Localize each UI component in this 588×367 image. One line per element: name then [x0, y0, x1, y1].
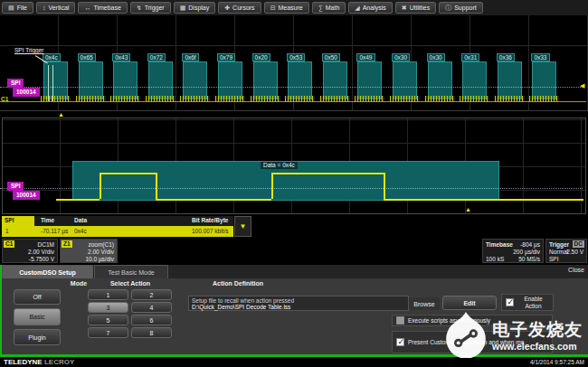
spi-decode-box [323, 61, 347, 99]
menu-button-measure[interactable]: ⊟Measure [264, 2, 309, 14]
menu-button-trigger[interactable]: ↯Trigger [130, 2, 171, 14]
menu-button-file[interactable]: ▤File [2, 2, 33, 14]
menu-label: Display [188, 5, 209, 11]
trigger-spike [52, 65, 53, 101]
menu-label: Support [454, 5, 477, 11]
spi-decode-byte-label: 0x33 [531, 53, 549, 61]
col-header-time: Time [41, 217, 54, 223]
spi-decode-byte-label: 0x30 [392, 53, 410, 61]
menu-label: Utilities [410, 5, 431, 11]
spi-decode-byte-label: 0x31 [461, 53, 479, 61]
zoom-trace-edge [156, 173, 157, 199]
browse-button[interactable]: Browse [409, 297, 440, 310]
section-label-action-definition: Action Definition [213, 280, 263, 287]
c1-descriptor-box[interactable]: C1 DC1M 2.00 V/div -5.7500 V [2, 239, 58, 263]
enable-action-checkbox[interactable] [506, 298, 514, 306]
execute-scripts-checkbox[interactable] [396, 316, 404, 325]
support-icon: ⓘ [445, 4, 451, 13]
menu-button-display[interactable]: ▦Display [174, 2, 216, 14]
spi-decode-box [498, 61, 522, 99]
menu-button-math[interactable]: ∑Math [312, 2, 346, 14]
menu-button-cursors[interactable]: ✚Cursors [218, 2, 261, 14]
decode-protocol-cell[interactable]: SPI [2, 216, 34, 226]
menu-button-timebase[interactable]: ↔Timebase [78, 2, 127, 14]
section-label-mode: Mode [58, 280, 100, 287]
mode-plugin-button[interactable]: Plugin [14, 329, 61, 345]
spi-decode-byte-label: 0x20 [252, 53, 270, 61]
utilities-icon: ✖ [402, 5, 407, 12]
action-button-5[interactable]: 5 [88, 315, 128, 325]
present-customdso-checkbox[interactable] [396, 338, 404, 346]
menu-button-utilities[interactable]: ✖Utilities [395, 2, 436, 14]
spi-decode-byte-label: 0x79 [217, 53, 235, 61]
zoom-trace-segment [271, 173, 384, 174]
spi-decode-badge-value[interactable]: 100014 [13, 88, 40, 97]
action-button-8[interactable]: 8 [131, 327, 172, 338]
timebase-rate: 50 MS/s [518, 256, 540, 262]
spi-decode-byte-label: 0x65 [78, 53, 96, 61]
spi-trigger-callout: SPI Trigger [14, 47, 44, 53]
z1-source: zoom(C1) [88, 241, 114, 248]
trigger-level-marker-icon[interactable]: ◀ [580, 82, 584, 89]
setup-file-path: D:\Quick_Demo\SPI Decode Table.lss [192, 304, 405, 310]
spi-decode-box [113, 61, 138, 99]
timebase-samples: 100 kS [486, 256, 504, 262]
decode-table-dropdown-button[interactable]: ▼ [234, 216, 251, 237]
zoom-trace-segment [384, 199, 583, 201]
z1-chip: Z1 [62, 240, 72, 248]
action-button-2[interactable]: 2 [131, 289, 172, 300]
menu-button-analysis[interactable]: ◢Analysis [348, 2, 392, 14]
math-icon: ∑ [318, 5, 323, 11]
c1-offset: -5.7500 V [29, 256, 54, 262]
spi-decode-badge[interactable]: SPI [7, 79, 24, 88]
timebase-icon: ↔ [84, 5, 90, 11]
spi-decode-box [532, 61, 556, 99]
spi-decode-byte-label: 0x30 [427, 53, 445, 61]
zoom-spi-decode-badge[interactable]: SPI [7, 182, 24, 191]
timebase-label: Timebase [486, 241, 513, 248]
mode-basic-button[interactable]: Basic [14, 308, 61, 325]
timebase-delay: -804 µs [520, 241, 540, 248]
menu-button-support[interactable]: ⓘSupport [439, 2, 483, 14]
spi-decode-box [218, 61, 242, 99]
setup-file-box[interactable]: Setup file to recall when action pressed… [188, 296, 409, 311]
watermark: 电子发烧友 www.elecfans.com [440, 307, 588, 360]
trigger-descriptor-box[interactable]: Trigger DC Normal 2.50 V SPI [545, 239, 587, 263]
spi-decode-box [253, 61, 278, 99]
c1-scale: 2.00 V/div [28, 249, 54, 255]
spi-decode-table: SPI Time Data Bit Rate/Byte 1 -70.117 µs… [2, 216, 233, 237]
close-button[interactable]: Close [568, 267, 584, 273]
c1-coupling: DC1M [38, 241, 54, 248]
zoom-spi-decode-badge-value[interactable]: 100014 [13, 191, 40, 200]
trigger-level: 2.50 V [566, 249, 583, 255]
action-button-7[interactable]: 7 [88, 327, 128, 338]
menu-label: Timebase [93, 5, 120, 11]
action-button-3[interactable]: 3 [88, 302, 128, 313]
display-icon: ▦ [180, 5, 186, 12]
decode-table-row[interactable]: 1 -70.117 µs 0x4c 100.007 kbit/s [2, 226, 233, 237]
analysis-icon: ◢ [355, 5, 359, 12]
timebase-descriptor-box[interactable]: Timebase -804 µs 200 µs/div 100 kS 50 MS… [482, 239, 544, 263]
z1-descriptor-box[interactable]: Z1 zoom(C1) 2.00 V/div 10.0 µs/div [60, 239, 118, 263]
watermark-url-text: www.elecfans.com [492, 341, 577, 352]
tab-test-basic-mode[interactable]: Test Basic Mode [94, 265, 168, 278]
c1-trace-baseline [0, 101, 586, 102]
brand-light: LECROY [44, 358, 74, 366]
action-button-4[interactable]: 4 [131, 302, 172, 313]
trigger-mode: Normal [549, 249, 568, 255]
menu-button-vertical[interactable]: ↕Vertical [36, 2, 75, 14]
trigger-position-marker-icon[interactable]: ▲ [465, 206, 471, 212]
zoom-position-marker-icon[interactable]: ▲ [58, 111, 64, 118]
trigger-source: SPI [549, 256, 558, 262]
menu-label: Measure [279, 5, 303, 11]
tab-customdso-setup[interactable]: CustomDSO Setup [2, 265, 93, 278]
clock-timestamp: 4/1/2014 9:57:25 AM [530, 359, 584, 365]
trigger-label: Trigger [549, 241, 569, 248]
vertical-icon: ↕ [43, 5, 46, 11]
mode-off-button[interactable]: Off [14, 289, 61, 305]
trigger-icon: ↯ [137, 5, 142, 12]
col-header-bitrate: Bit Rate/Byte [192, 217, 228, 223]
action-button-6[interactable]: 6 [131, 315, 172, 325]
action-button-1[interactable]: 1 [88, 289, 128, 300]
oscilloscope-screen: ▤File↕Vertical↔Timebase↯Trigger▦Display✚… [0, 0, 588, 367]
